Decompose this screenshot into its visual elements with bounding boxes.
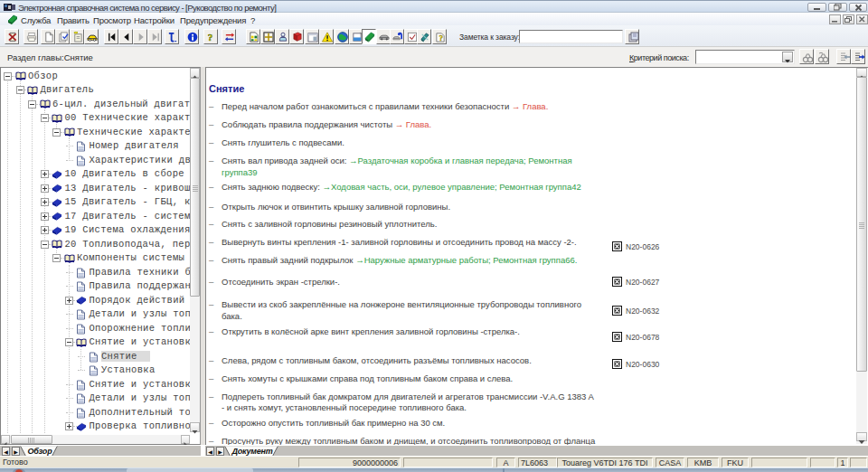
svg-text:?: ? (439, 33, 443, 42)
svg-text:?: ? (207, 32, 212, 42)
